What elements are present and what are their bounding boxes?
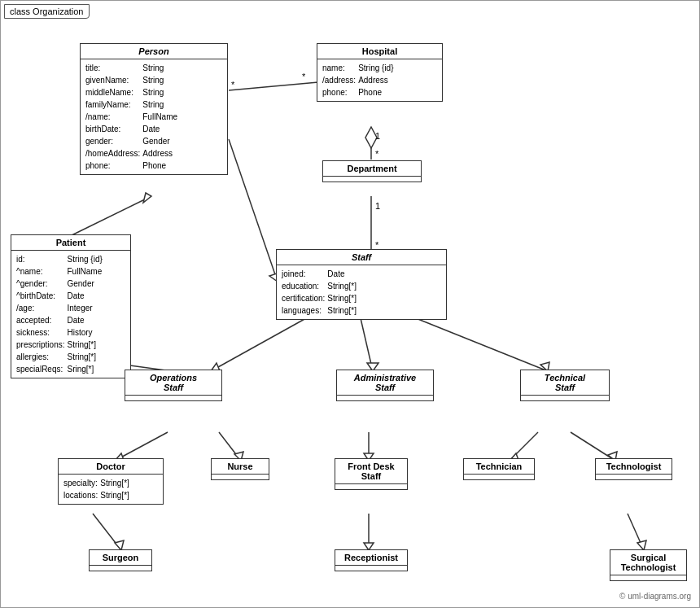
class-staff-header: Staff — [277, 250, 446, 265]
class-patient: Patient id:String {id} ^name:FullName ^g… — [11, 234, 131, 378]
diagram-title: class Organization — [4, 4, 90, 19]
class-hospital-body: name:String {id} /address:Address phone:… — [317, 59, 442, 101]
class-surgeon-header: Surgeon — [90, 550, 151, 566]
copyright: © uml-diagrams.org — [619, 592, 691, 601]
class-doctor: Doctor specialty:String[*] locations:Str… — [58, 458, 164, 505]
svg-line-12 — [229, 139, 278, 282]
class-technician-body — [464, 475, 534, 479]
class-administrative-staff-body — [337, 396, 433, 400]
class-nurse-header: Nurse — [212, 459, 269, 475]
class-hospital: Hospital name:String {id} /address:Addre… — [317, 43, 443, 102]
class-hospital-header: Hospital — [317, 44, 442, 59]
class-administrative-staff: AdministrativeStaff — [336, 370, 434, 401]
class-receptionist: Receptionist — [335, 549, 408, 571]
class-department-body — [323, 177, 421, 182]
svg-marker-4 — [365, 127, 377, 148]
svg-marker-11 — [143, 193, 151, 203]
class-technical-staff-header: TechnicalStaff — [521, 370, 609, 396]
svg-line-25 — [219, 432, 241, 461]
class-technologist-body — [596, 475, 672, 479]
svg-text:1: 1 — [375, 131, 380, 141]
class-person: Person title:String givenName:String mid… — [80, 43, 228, 175]
svg-text:*: * — [375, 149, 379, 159]
class-patient-body: id:String {id} ^name:FullName ^gender:Ge… — [11, 251, 130, 378]
class-surgical-technologist: SurgicalTechnologist — [610, 549, 687, 581]
class-doctor-body: specialty:String[*] locations:String[*] — [59, 475, 163, 504]
class-receptionist-body — [335, 566, 407, 571]
svg-text:*: * — [231, 80, 235, 90]
svg-text:*: * — [302, 72, 306, 81]
class-staff: Staff joined:Date education:String[*] ce… — [276, 249, 447, 320]
class-technologist: Technologist — [595, 458, 672, 480]
class-person-body: title:String givenName:String middleName… — [81, 59, 227, 174]
svg-line-21 — [416, 318, 548, 371]
class-technologist-header: Technologist — [596, 459, 672, 475]
class-operations-staff: OperationsStaff — [125, 370, 222, 401]
svg-line-0 — [229, 82, 318, 90]
class-department-header: Department — [323, 161, 421, 177]
class-doctor-header: Doctor — [59, 459, 163, 475]
class-department: Department — [322, 160, 422, 182]
class-nurse: Nurse — [211, 458, 269, 480]
svg-line-19 — [361, 318, 373, 371]
svg-line-31 — [571, 432, 615, 461]
class-operations-staff-header: OperationsStaff — [125, 370, 221, 396]
class-administrative-staff-header: AdministrativeStaff — [337, 370, 433, 396]
class-technician-header: Technician — [464, 459, 534, 475]
class-front-desk-staff-body — [335, 484, 407, 489]
svg-line-29 — [510, 432, 538, 461]
svg-text:1: 1 — [375, 201, 380, 211]
svg-line-17 — [211, 318, 306, 371]
svg-line-23 — [115, 432, 168, 461]
diagram-container: class Organization * * 1 * 1 * * * — [0, 0, 700, 608]
class-patient-header: Patient — [11, 235, 130, 251]
class-surgeon: Surgeon — [89, 549, 152, 571]
class-staff-body: joined:Date education:String[*] certific… — [277, 265, 446, 319]
class-technical-staff-body — [521, 396, 609, 400]
class-technical-staff: TechnicalStaff — [520, 370, 610, 401]
svg-line-37 — [628, 514, 644, 550]
class-technician: Technician — [463, 458, 535, 480]
class-operations-staff-body — [125, 396, 221, 400]
class-person-header: Person — [81, 44, 227, 59]
svg-line-10 — [68, 196, 151, 237]
class-front-desk-staff: Front DeskStaff — [335, 458, 408, 490]
class-surgeon-body — [90, 566, 151, 571]
class-front-desk-staff-header: Front DeskStaff — [335, 459, 407, 484]
class-surgical-technologist-header: SurgicalTechnologist — [610, 550, 686, 575]
class-surgical-technologist-body — [610, 575, 686, 580]
svg-line-33 — [93, 514, 121, 550]
class-receptionist-header: Receptionist — [335, 550, 407, 566]
class-nurse-body — [212, 475, 269, 479]
